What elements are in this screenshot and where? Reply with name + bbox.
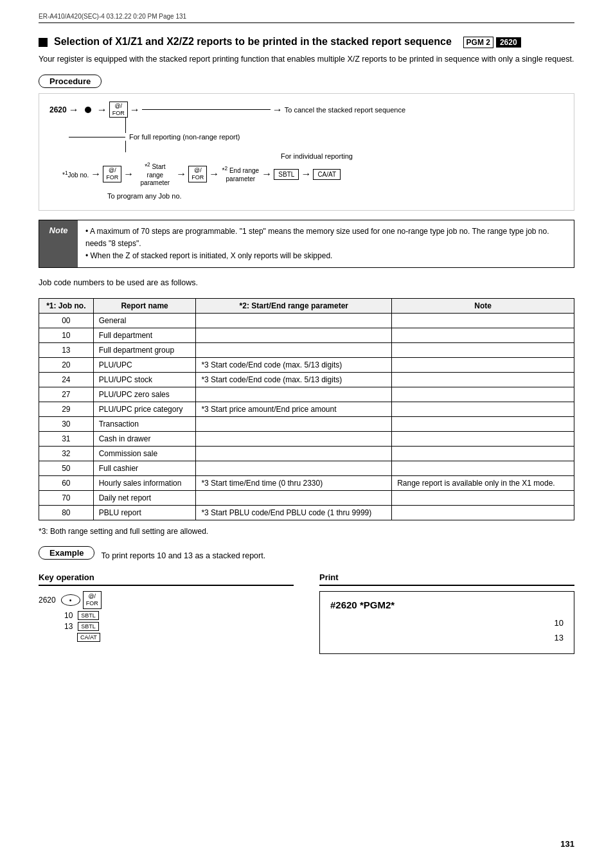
key-line-3: 13 SBTL [39,622,294,631]
table-cell-job: 50 [39,461,94,475]
print-numbers: 1013 [330,616,564,646]
table-cell-range: *3 Start code/End code (max. 5/13 digits… [196,372,392,387]
table-cell-job: 80 [39,505,94,520]
print-header: Print [319,572,574,586]
table-cell-note: Range report is available only in the X1… [392,475,574,490]
example-label: Example [39,546,94,560]
sbtl-key-2: SBTL [78,622,99,631]
table-cell-range: *3 Start price amount/End price amount [196,402,392,416]
key-line-1: 2620 • @/FOR [39,591,294,609]
table-row: 24PLU/UPC stock*3 Start code/End code (m… [39,372,574,387]
table-cell-job: 70 [39,490,94,505]
table-cell-note [392,431,574,446]
table-cell-range [196,446,392,461]
table-cell-note [392,505,574,520]
key-line-2: 10 SBTL [39,611,294,620]
pgm-label: PGM 2 [463,37,493,48]
end-range-label: *2 End rangeparameter [221,165,260,182]
table-cell-name: Hourly sales information [93,475,196,490]
table-cell-note [392,402,574,416]
section-icon [39,38,48,47]
for-box-2: @/FOR [103,166,121,182]
full-report-label: For full reporting (non-range report) [129,133,240,141]
print-column: Print #2620 *PGM2* 1013 [319,572,574,654]
table-cell-note [392,416,574,431]
table-cell-note [392,342,574,357]
example-desc: To print reports 10 and 13 as a stacked … [101,551,265,560]
table-cell-name: Commission sale [93,446,196,461]
key-op-header: Key operation [39,572,294,586]
example-section: Example To print reports 10 and 13 as a … [39,546,574,654]
table-row: 29PLU/UPC price category*3 Start price a… [39,402,574,416]
table-cell-range: *3 Start time/End time (0 thru 2330) [196,475,392,490]
table-row: 31Cash in drawer [39,431,574,446]
table-cell-range: *3 Start PBLU code/End PBLU code (1 thru… [196,505,392,520]
table-row: 20PLU/UPC*3 Start code/End code (max. 5/… [39,357,574,372]
table-cell-job: 10 [39,328,94,342]
table-cell-job: 29 [39,402,94,416]
table-cell-name: Full department group [93,342,196,357]
note-content: • A maximum of 70 steps are programmable… [78,220,574,268]
note-bullet-1: • A maximum of 70 steps are programmable… [85,226,566,250]
table-cell-range [196,416,392,431]
table-cell-note [392,357,574,372]
table-cell-name: Transaction [93,416,196,431]
table-row: 32Commission sale [39,446,574,461]
pgm-number: 2620 [496,37,521,48]
for-box-3: @/FOR [188,166,207,182]
table-cell-name: Cash in drawer [93,431,196,446]
col-header-range: *2: Start/End range parameter [196,298,392,313]
table-cell-range: *3 Start code/End code (max. 5/13 digits… [196,357,392,372]
table-cell-note [392,387,574,402]
table-row: 27PLU/UPC zero sales [39,387,574,402]
job-no-label: *1Job no. [62,170,89,179]
table-cell-name: PLU/UPC stock [93,372,196,387]
table-row: 50Full cashier [39,461,574,475]
table-cell-name: PLU/UPC zero sales [93,387,196,402]
flow-start-num: 2620 [49,105,67,114]
table-cell-job: 30 [39,416,94,431]
for-key-example: @/FOR [83,591,102,609]
table-cell-range [196,490,392,505]
sbtl-box: SBTL [274,169,299,180]
example-columns: Key operation 2620 • @/FOR 10 SBTL [39,572,574,654]
print-pgm-line: #2620 *PGM2* [330,599,564,610]
table-cell-range [196,342,392,357]
arrow4: → [272,105,283,115]
for-box-1: @/FOR [109,102,128,118]
flow-bullet [85,107,91,113]
pgm-badge: PGM 2 2620 [463,37,521,48]
key-line-4: CA/AT [39,633,294,642]
table-cell-job: 00 [39,313,94,328]
table-cell-job: 13 [39,342,94,357]
table-row: 10Full department [39,328,574,342]
table-cell-name: Full cashier [93,461,196,475]
flow-diagram: 2620 → → @/FOR → → To cancel the stacked… [39,93,574,211]
table-cell-job: 60 [39,475,94,490]
table-cell-name: Full department [93,328,196,342]
table-cell-name: PBLU report [93,505,196,520]
bullet-key: • [61,594,80,606]
sbtl-key-1: SBTL [78,611,99,620]
header-text: ER-A410/A420(SEC)-4 03.12.22 0:20 PM Pag… [39,13,186,20]
col-header-job: *1: Job no. [39,298,94,313]
table-cell-range [196,431,392,446]
table-row: 00General [39,313,574,328]
table-cell-job: 32 [39,446,94,461]
page-number: 131 [560,839,574,849]
print-box: #2620 *PGM2* 1013 [319,591,574,654]
table-cell-name: PLU/UPC [93,357,196,372]
col-header-note: Note [392,298,574,313]
caat-box: CA/AT [313,169,341,180]
table-cell-name: General [93,313,196,328]
procedure-label: Procedure [39,75,102,88]
key-op-lines: 2620 • @/FOR 10 SBTL 13 SBTL [39,591,294,642]
col-header-name: Report name [93,298,196,313]
start-range-label: *2 Start rangeparameter [136,161,174,186]
cancel-label: To cancel the stacked report sequence [285,106,405,114]
intro-text: Your register is equipped with the stack… [39,53,574,66]
table-cell-note [392,372,574,387]
program-label: To program any Job no. [107,192,182,200]
table-cell-name: PLU/UPC price category [93,402,196,416]
job-table: *1: Job no. Report name *2: Start/End ra… [39,298,574,520]
